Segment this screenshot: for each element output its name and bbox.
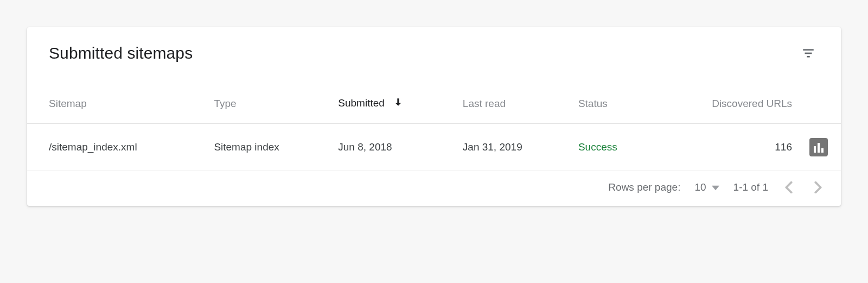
cell-status: Success: [570, 124, 654, 171]
svg-rect-0: [803, 49, 814, 51]
card-header: Submitted sitemaps: [27, 27, 841, 86]
sitemaps-table: Sitemap Type Submitted Last read Status …: [27, 86, 841, 171]
bar-chart-icon[interactable]: [809, 138, 828, 156]
next-page-button[interactable]: [812, 181, 825, 194]
sort-desc-icon: [393, 97, 404, 110]
col-submitted[interactable]: Submitted: [329, 86, 454, 124]
cell-sitemap: /sitemap_index.xml: [27, 124, 205, 171]
rows-per-page-select[interactable]: 10: [694, 181, 719, 193]
col-type[interactable]: Type: [205, 86, 329, 124]
filter-icon[interactable]: [797, 42, 819, 64]
svg-rect-2: [807, 56, 809, 58]
cell-submitted: Jun 8, 2018: [329, 124, 454, 171]
cell-last-read: Jan 31, 2019: [454, 124, 570, 171]
col-actions: [801, 86, 841, 124]
sitemaps-card: Submitted sitemaps Sitemap Type Submitte…: [27, 27, 841, 206]
svg-rect-1: [805, 53, 812, 54]
rows-per-page-label: Rows per page:: [608, 181, 680, 193]
cell-type: Sitemap index: [205, 124, 329, 171]
col-sitemap[interactable]: Sitemap: [27, 86, 205, 124]
table-row[interactable]: /sitemap_index.xml Sitemap index Jun 8, …: [27, 124, 841, 171]
dropdown-icon: [712, 181, 719, 193]
col-discovered[interactable]: Discovered URLs: [654, 86, 801, 124]
page-range: 1-1 of 1: [733, 181, 768, 193]
pagination: Rows per page: 10 1-1 of 1: [27, 171, 841, 206]
col-last-read[interactable]: Last read: [454, 86, 570, 124]
rows-value: 10: [694, 181, 706, 193]
cell-discovered: 116: [654, 124, 801, 171]
prev-page-button[interactable]: [782, 181, 795, 194]
card-title: Submitted sitemaps: [49, 44, 193, 62]
col-status[interactable]: Status: [570, 86, 654, 124]
